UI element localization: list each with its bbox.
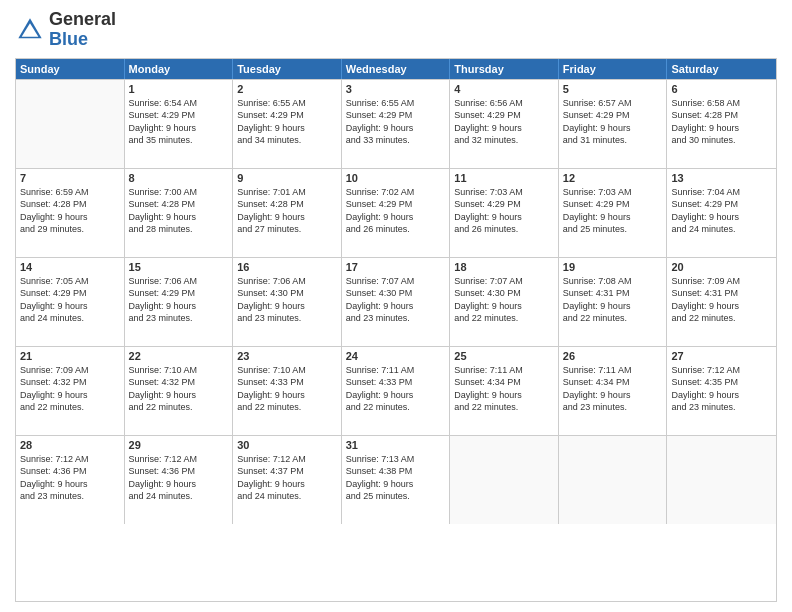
cell-line: and 24 minutes. [671, 223, 772, 236]
day-number: 18 [454, 261, 554, 273]
cell-line: Daylight: 9 hours [671, 211, 772, 224]
cell-line: Sunrise: 7:13 AM [346, 453, 446, 466]
cell-line: and 23 minutes. [237, 312, 337, 325]
cell-line: and 22 minutes. [454, 312, 554, 325]
cell-line: Sunset: 4:29 PM [346, 198, 446, 211]
cell-line: Daylight: 9 hours [129, 478, 229, 491]
cell-line: and 24 minutes. [20, 312, 120, 325]
day-number: 7 [20, 172, 120, 184]
cell-line: Sunrise: 6:55 AM [346, 97, 446, 110]
cell-line: and 26 minutes. [454, 223, 554, 236]
calendar-row-2: 14Sunrise: 7:05 AMSunset: 4:29 PMDayligh… [16, 257, 776, 346]
cell-line: Sunrise: 7:10 AM [129, 364, 229, 377]
cell-line: Sunset: 4:29 PM [129, 109, 229, 122]
cell-line: and 25 minutes. [346, 490, 446, 503]
day-number: 13 [671, 172, 772, 184]
day-number: 16 [237, 261, 337, 273]
cell-line: and 22 minutes. [237, 401, 337, 414]
cell-line: Sunset: 4:28 PM [129, 198, 229, 211]
day-number: 3 [346, 83, 446, 95]
day-number: 14 [20, 261, 120, 273]
calendar-cell: 15Sunrise: 7:06 AMSunset: 4:29 PMDayligh… [125, 258, 234, 346]
cell-line: Daylight: 9 hours [346, 389, 446, 402]
cell-line: Sunrise: 6:59 AM [20, 186, 120, 199]
calendar-cell [559, 436, 668, 524]
cell-line: Sunset: 4:29 PM [20, 287, 120, 300]
cell-line: Sunset: 4:31 PM [563, 287, 663, 300]
day-number: 26 [563, 350, 663, 362]
calendar-cell: 21Sunrise: 7:09 AMSunset: 4:32 PMDayligh… [16, 347, 125, 435]
cell-line: and 31 minutes. [563, 134, 663, 147]
calendar-cell [16, 80, 125, 168]
day-number: 30 [237, 439, 337, 451]
cell-line: Sunrise: 7:10 AM [237, 364, 337, 377]
calendar-cell: 27Sunrise: 7:12 AMSunset: 4:35 PMDayligh… [667, 347, 776, 435]
day-number: 15 [129, 261, 229, 273]
header-day-tuesday: Tuesday [233, 59, 342, 79]
cell-line: Daylight: 9 hours [237, 478, 337, 491]
calendar-cell: 26Sunrise: 7:11 AMSunset: 4:34 PMDayligh… [559, 347, 668, 435]
cell-line: Sunset: 4:29 PM [563, 109, 663, 122]
cell-line: Sunset: 4:38 PM [346, 465, 446, 478]
cell-line: Sunset: 4:32 PM [129, 376, 229, 389]
day-number: 22 [129, 350, 229, 362]
cell-line: and 28 minutes. [129, 223, 229, 236]
calendar-cell: 19Sunrise: 7:08 AMSunset: 4:31 PMDayligh… [559, 258, 668, 346]
cell-line: and 23 minutes. [346, 312, 446, 325]
cell-line: and 22 minutes. [129, 401, 229, 414]
calendar-cell: 25Sunrise: 7:11 AMSunset: 4:34 PMDayligh… [450, 347, 559, 435]
cell-line: Sunset: 4:36 PM [20, 465, 120, 478]
cell-line: and 25 minutes. [563, 223, 663, 236]
calendar-cell: 5Sunrise: 6:57 AMSunset: 4:29 PMDaylight… [559, 80, 668, 168]
calendar-row-1: 7Sunrise: 6:59 AMSunset: 4:28 PMDaylight… [16, 168, 776, 257]
cell-line: Sunset: 4:30 PM [237, 287, 337, 300]
calendar-cell [450, 436, 559, 524]
cell-line: Sunrise: 7:01 AM [237, 186, 337, 199]
cell-line: Sunrise: 7:06 AM [237, 275, 337, 288]
logo-text: General Blue [49, 10, 116, 50]
day-number: 2 [237, 83, 337, 95]
cell-line: Sunset: 4:29 PM [346, 109, 446, 122]
cell-line: Daylight: 9 hours [129, 211, 229, 224]
cell-line: Daylight: 9 hours [20, 478, 120, 491]
cell-line: Daylight: 9 hours [563, 122, 663, 135]
cell-line: Sunset: 4:29 PM [129, 287, 229, 300]
cell-line: Daylight: 9 hours [671, 389, 772, 402]
cell-line: Sunset: 4:32 PM [20, 376, 120, 389]
cell-line: and 22 minutes. [454, 401, 554, 414]
header-day-sunday: Sunday [16, 59, 125, 79]
cell-line: Sunset: 4:37 PM [237, 465, 337, 478]
cell-line: Sunrise: 7:12 AM [237, 453, 337, 466]
page: General Blue SundayMondayTuesdayWednesda… [0, 0, 792, 612]
cell-line: Sunrise: 7:00 AM [129, 186, 229, 199]
cell-line: and 30 minutes. [671, 134, 772, 147]
calendar-cell: 8Sunrise: 7:00 AMSunset: 4:28 PMDaylight… [125, 169, 234, 257]
cell-line: Daylight: 9 hours [454, 122, 554, 135]
calendar-body: 1Sunrise: 6:54 AMSunset: 4:29 PMDaylight… [16, 79, 776, 524]
cell-line: Daylight: 9 hours [237, 211, 337, 224]
cell-line: Daylight: 9 hours [20, 389, 120, 402]
cell-line: and 35 minutes. [129, 134, 229, 147]
calendar-row-4: 28Sunrise: 7:12 AMSunset: 4:36 PMDayligh… [16, 435, 776, 524]
cell-line: Sunrise: 6:58 AM [671, 97, 772, 110]
cell-line: Sunset: 4:34 PM [563, 376, 663, 389]
day-number: 6 [671, 83, 772, 95]
calendar-header: SundayMondayTuesdayWednesdayThursdayFrid… [16, 59, 776, 79]
calendar-cell: 2Sunrise: 6:55 AMSunset: 4:29 PMDaylight… [233, 80, 342, 168]
calendar-cell: 4Sunrise: 6:56 AMSunset: 4:29 PMDaylight… [450, 80, 559, 168]
cell-line: and 23 minutes. [563, 401, 663, 414]
header-day-thursday: Thursday [450, 59, 559, 79]
cell-line: and 33 minutes. [346, 134, 446, 147]
cell-line: Sunset: 4:29 PM [563, 198, 663, 211]
cell-line: Sunrise: 7:11 AM [563, 364, 663, 377]
day-number: 19 [563, 261, 663, 273]
cell-line: Sunrise: 7:08 AM [563, 275, 663, 288]
cell-line: Sunrise: 7:11 AM [454, 364, 554, 377]
cell-line: Sunset: 4:28 PM [20, 198, 120, 211]
calendar-cell: 10Sunrise: 7:02 AMSunset: 4:29 PMDayligh… [342, 169, 451, 257]
cell-line: and 32 minutes. [454, 134, 554, 147]
header-day-wednesday: Wednesday [342, 59, 451, 79]
day-number: 17 [346, 261, 446, 273]
cell-line: Sunset: 4:36 PM [129, 465, 229, 478]
calendar-cell: 17Sunrise: 7:07 AMSunset: 4:30 PMDayligh… [342, 258, 451, 346]
